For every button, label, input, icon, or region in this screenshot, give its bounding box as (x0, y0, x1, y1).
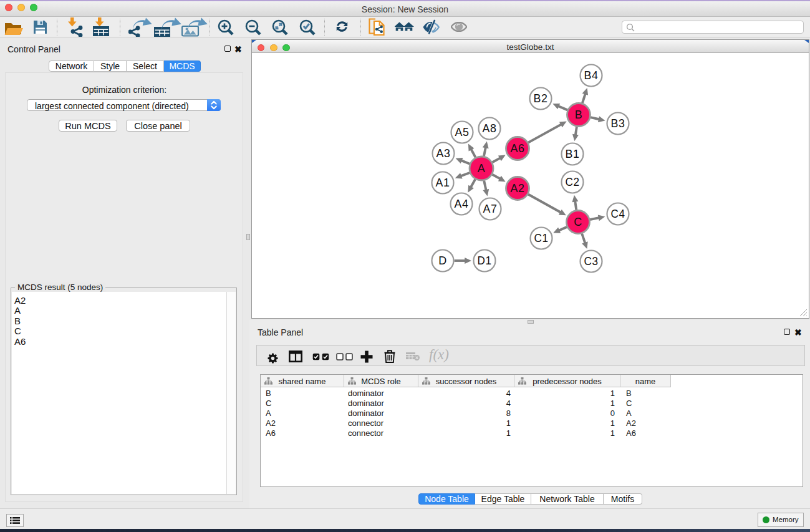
svg-text:B2: B2 (534, 92, 548, 105)
svg-text:A8: A8 (483, 122, 497, 135)
svg-text:A5: A5 (455, 126, 470, 138)
svg-text:A4: A4 (455, 198, 469, 210)
svg-text:B4: B4 (584, 69, 599, 82)
svg-text:C3: C3 (584, 255, 599, 268)
svg-text:A1: A1 (436, 177, 450, 189)
svg-text:A3: A3 (436, 147, 451, 160)
svg-text:A6: A6 (511, 142, 525, 155)
svg-text:C4: C4 (611, 208, 625, 220)
svg-text:D: D (438, 254, 447, 267)
svg-text:C1: C1 (534, 232, 549, 244)
svg-text:B3: B3 (611, 117, 625, 130)
svg-text:C2: C2 (566, 176, 580, 188)
svg-text:A: A (478, 162, 486, 175)
svg-text:C: C (574, 216, 582, 228)
svg-text:D1: D1 (478, 254, 492, 267)
svg-text:A2: A2 (511, 182, 525, 195)
svg-text:A7: A7 (483, 203, 498, 215)
svg-text:B1: B1 (566, 148, 580, 160)
svg-text:B: B (575, 109, 583, 121)
